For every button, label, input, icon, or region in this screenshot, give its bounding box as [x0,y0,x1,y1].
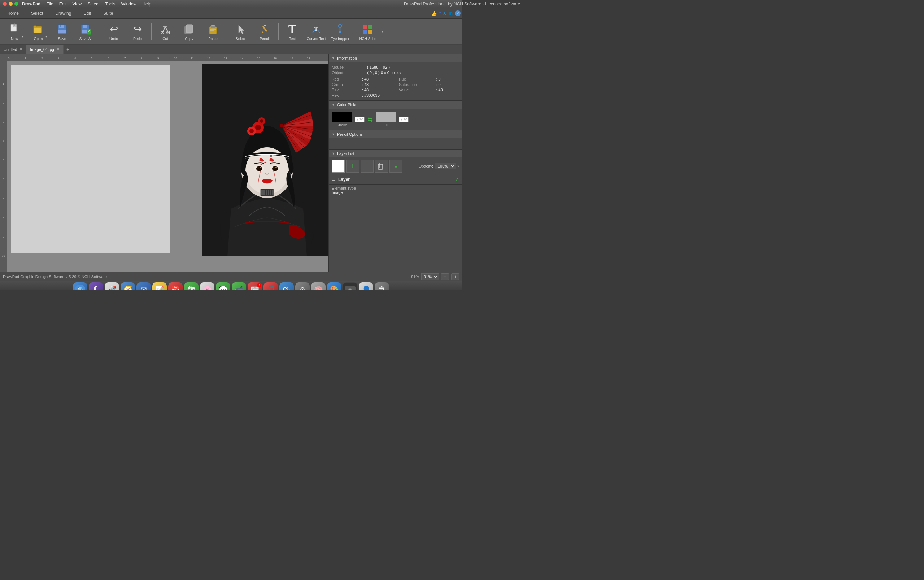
green-value: : 48 [362,82,396,87]
ruler-num-5: 5 [90,57,107,60]
canvas-bg[interactable] [7,61,329,272]
delete-layer-button[interactable]: − [360,160,373,173]
menu-view[interactable]: View [72,2,82,7]
linkedin-icon[interactable]: in [449,11,453,16]
eyedropper-button[interactable]: Eyedropper [329,20,352,43]
dock-appstore[interactable]: 🛍 [280,282,294,290]
dock-drawpad2[interactable]: 🎨 [327,282,342,290]
thumbs-up-icon[interactable]: 👍 [431,10,437,16]
pencil-options-header[interactable]: ▼ Pencil Options [329,130,462,138]
nav-bar: Home Select Drawing Edit Suite 👍 f 𝕏 in … [0,8,462,19]
tab-untitled[interactable]: Untitled ✕ [0,45,26,54]
dock-photos[interactable]: 🌸 [200,282,214,290]
save-layer-button[interactable] [390,160,403,173]
save-button[interactable]: Save [51,20,74,43]
dock-music[interactable]: 🎵 [263,282,278,290]
help-icon[interactable]: ? [455,10,460,16]
nch-suite-button[interactable]: NCH Suite [356,20,379,43]
canvas-container[interactable]: 0 1 2 3 4 5 6 7 8 9 10 11 12 13 14 15 16 [0,54,329,272]
dock-launchpad[interactable]: 🚀 [105,282,119,290]
tab-add-button[interactable]: + [64,46,72,53]
ruler-num-11: 11 [190,57,206,60]
dock-mymind[interactable]: 🧠 [311,282,326,290]
menu-tools[interactable]: Tools [105,2,115,7]
fill-color-swatch[interactable] [376,112,396,122]
select-tool-button[interactable]: Select [229,20,252,43]
dock-maps[interactable]: 🗺 [184,282,199,290]
dock-facetime[interactable]: 📹 [232,282,246,290]
dock-finder[interactable]: 🔍 [73,282,87,290]
dock-notes[interactable]: 📝 [152,282,167,290]
layer-list-header[interactable]: ▼ Layer List [329,150,462,157]
tab-image04[interactable]: Image_04.jpg ✕ [26,45,64,54]
tab-untitled-close[interactable]: ✕ [19,47,22,52]
opacity-label: Opacity: [419,164,433,168]
saveas-button[interactable]: A Save As [74,20,97,43]
dock-news[interactable]: 📰 ! [248,282,262,290]
menu-edit[interactable]: Edit [59,2,67,7]
svg-rect-42 [363,30,367,34]
close-button[interactable] [3,2,7,6]
maximize-button[interactable] [15,2,18,6]
svg-rect-84 [272,189,274,195]
redo-button[interactable]: ↪ Redo [126,20,149,43]
info-color-grid: Red : 48 Hue : 0 Green : 48 Saturation :… [332,77,459,97]
opacity-dropdown[interactable]: 100% [434,163,456,170]
nav-tab-drawing[interactable]: Drawing [49,9,77,17]
layer-item[interactable]: ▬ Layer ✓ [329,175,462,185]
add-layer-button[interactable]: + [346,160,359,173]
dock-contacts[interactable]: 👤 [359,282,373,290]
facebook-icon[interactable]: f [439,11,441,16]
menu-select[interactable]: Select [87,2,99,7]
fill-dropdown[interactable]: ▾ [399,117,409,122]
layer-visible-check[interactable]: ✓ [455,176,459,182]
information-header[interactable]: ▼ Information [329,54,462,62]
duplicate-layer-button[interactable] [375,160,388,173]
nav-tab-home[interactable]: Home [2,9,25,17]
tab-image04-close[interactable]: ✕ [56,47,59,52]
undo-label: Undo [109,37,118,41]
dock-siri[interactable]: 🎙 [89,282,103,290]
pencil-button[interactable]: Pencil [253,20,276,43]
cut-button[interactable]: Cut [154,20,177,43]
menu-window[interactable]: Window [121,2,137,7]
stroke-swatch-container: Stroke [332,112,352,127]
zoom-in-button[interactable]: + [451,274,459,280]
red-label: Red [332,77,359,81]
ruler-num-1: 1 [24,57,40,60]
dock-photo2[interactable] [343,282,357,290]
svg-rect-40 [363,25,367,29]
curved-text-button[interactable]: T Curved Text [305,20,328,43]
nav-tab-select[interactable]: Select [25,9,49,17]
text-button[interactable]: T Text [281,20,304,43]
dock-trash[interactable]: 🗑 [375,282,389,290]
nav-tab-suite[interactable]: Suite [97,9,119,17]
zoom-out-button[interactable]: − [441,274,449,280]
dock-prefs[interactable]: ⚙ [295,282,310,290]
dock-mail[interactable]: ✉ [136,282,151,290]
zoom-value: 91% [411,275,419,279]
dock-messages[interactable]: 💬 [216,282,230,290]
pencil-options-section: ▼ Pencil Options [329,130,462,150]
twitter-icon[interactable]: 𝕏 [443,11,447,16]
new-button[interactable]: New ▾ [3,20,26,43]
nch-suite-label: NCH Suite [359,37,376,41]
swap-colors-icon[interactable]: ⇆ [367,115,373,124]
zoom-dropdown[interactable]: 91% [421,274,439,280]
color-picker-arrow-icon: ▼ [332,103,335,107]
dock-safari[interactable]: 🧭 [120,282,135,290]
minimize-button[interactable] [9,2,13,6]
open-button[interactable]: Open ▾ [27,20,50,43]
undo-button[interactable]: ↩ Undo [102,20,125,43]
menu-file[interactable]: File [46,2,53,7]
copy-button[interactable]: Copy [178,20,201,43]
dock-calendar[interactable]: 📅 [168,282,182,290]
paste-button[interactable]: Paste [201,20,225,43]
toolbar-more-icon[interactable]: › [381,28,383,35]
menu-help[interactable]: Help [142,2,151,7]
mouse-label: Mouse: [332,65,364,69]
nav-tab-edit[interactable]: Edit [77,9,97,17]
color-picker-header[interactable]: ▼ Color Picker [329,101,462,109]
stroke-color-swatch[interactable] [332,112,352,122]
stroke-dropdown[interactable]: ▾ [355,117,365,122]
